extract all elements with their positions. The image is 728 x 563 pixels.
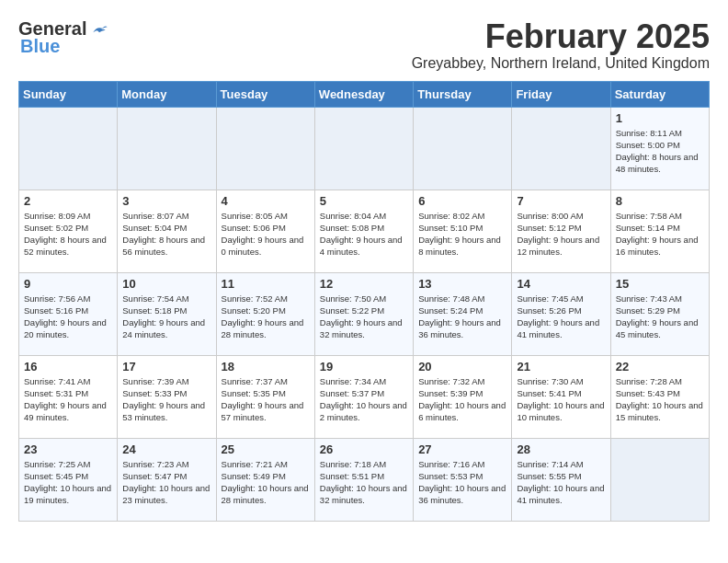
calendar-cell: 20Sunrise: 7:32 AM Sunset: 5:39 PM Dayli… [414, 355, 512, 438]
calendar-cell: 17Sunrise: 7:39 AM Sunset: 5:33 PM Dayli… [118, 355, 216, 438]
day-info: Sunrise: 7:14 AM Sunset: 5:55 PM Dayligh… [517, 458, 605, 507]
title-block: February 2025 Greyabbey, Northern Irelan… [412, 18, 710, 72]
day-info: Sunrise: 7:52 AM Sunset: 5:20 PM Dayligh… [222, 293, 310, 341]
calendar-cell: 26Sunrise: 7:18 AM Sunset: 5:51 PM Dayli… [314, 438, 413, 521]
calendar-cell [512, 107, 610, 190]
day-number: 22 [616, 360, 704, 373]
calendar-cell: 9Sunrise: 7:56 AM Sunset: 5:16 PM Daylig… [19, 272, 118, 355]
calendar-cell: 15Sunrise: 7:43 AM Sunset: 5:29 PM Dayli… [610, 272, 709, 355]
calendar-cell: 23Sunrise: 7:25 AM Sunset: 5:45 PM Dayli… [19, 438, 118, 521]
calendar-cell: 21Sunrise: 7:30 AM Sunset: 5:41 PM Dayli… [512, 355, 610, 438]
day-info: Sunrise: 7:58 AM Sunset: 5:14 PM Dayligh… [616, 210, 704, 259]
day-info: Sunrise: 7:41 AM Sunset: 5:31 PM Dayligh… [24, 375, 112, 424]
weekday-header-row: SundayMondayTuesdayWednesdayThursdayFrid… [19, 81, 710, 107]
calendar-cell: 13Sunrise: 7:48 AM Sunset: 5:24 PM Dayli… [414, 272, 512, 355]
day-info: Sunrise: 8:07 AM Sunset: 5:04 PM Dayligh… [122, 210, 210, 259]
day-number: 10 [122, 277, 210, 291]
day-info: Sunrise: 7:50 AM Sunset: 5:22 PM Dayligh… [320, 293, 408, 341]
day-number: 2 [24, 194, 112, 208]
calendar-cell: 1Sunrise: 8:11 AM Sunset: 5:00 PM Daylig… [610, 107, 709, 190]
weekday-header-monday: Monday [118, 81, 216, 107]
weekday-header-sunday: Sunday [19, 81, 118, 107]
day-info: Sunrise: 7:48 AM Sunset: 5:24 PM Dayligh… [418, 293, 506, 341]
calendar-cell: 25Sunrise: 7:21 AM Sunset: 5:49 PM Dayli… [216, 438, 314, 521]
calendar-cell: 27Sunrise: 7:16 AM Sunset: 5:53 PM Dayli… [414, 438, 512, 521]
day-number: 19 [320, 360, 408, 373]
day-number: 8 [616, 194, 704, 208]
day-info: Sunrise: 7:34 AM Sunset: 5:37 PM Dayligh… [320, 375, 408, 424]
weekday-header-tuesday: Tuesday [216, 81, 314, 107]
calendar-cell: 28Sunrise: 7:14 AM Sunset: 5:55 PM Dayli… [512, 438, 610, 521]
day-number: 21 [517, 360, 605, 373]
week-row-4: 16Sunrise: 7:41 AM Sunset: 5:31 PM Dayli… [19, 355, 710, 438]
calendar-cell: 8Sunrise: 7:58 AM Sunset: 5:14 PM Daylig… [610, 190, 709, 272]
day-number: 12 [320, 277, 408, 291]
weekday-header-saturday: Saturday [610, 81, 709, 107]
day-number: 1 [616, 111, 704, 125]
day-info: Sunrise: 7:39 AM Sunset: 5:33 PM Dayligh… [122, 375, 210, 424]
calendar-cell: 22Sunrise: 7:28 AM Sunset: 5:43 PM Dayli… [610, 355, 709, 438]
logo: General Blue [18, 18, 108, 57]
calendar-cell [610, 438, 709, 521]
day-number: 20 [418, 360, 506, 373]
day-number: 27 [418, 442, 506, 456]
day-number: 13 [418, 277, 506, 291]
week-row-1: 1Sunrise: 8:11 AM Sunset: 5:00 PM Daylig… [19, 107, 710, 190]
week-row-3: 9Sunrise: 7:56 AM Sunset: 5:16 PM Daylig… [19, 272, 710, 355]
day-info: Sunrise: 8:05 AM Sunset: 5:06 PM Dayligh… [222, 210, 310, 259]
page-header: General Blue February 2025 Greyabbey, No… [18, 18, 710, 72]
day-info: Sunrise: 7:18 AM Sunset: 5:51 PM Dayligh… [320, 458, 408, 507]
day-info: Sunrise: 7:25 AM Sunset: 5:45 PM Dayligh… [24, 458, 112, 507]
weekday-header-friday: Friday [512, 81, 610, 107]
calendar-cell: 11Sunrise: 7:52 AM Sunset: 5:20 PM Dayli… [216, 272, 314, 355]
day-number: 4 [222, 194, 310, 208]
day-number: 5 [320, 194, 408, 208]
calendar-cell: 24Sunrise: 7:23 AM Sunset: 5:47 PM Dayli… [118, 438, 216, 521]
day-info: Sunrise: 7:16 AM Sunset: 5:53 PM Dayligh… [418, 458, 506, 507]
logo-blue: Blue [20, 36, 60, 57]
day-info: Sunrise: 8:02 AM Sunset: 5:10 PM Dayligh… [418, 210, 506, 259]
day-number: 26 [320, 442, 408, 456]
day-info: Sunrise: 8:09 AM Sunset: 5:02 PM Dayligh… [24, 210, 112, 259]
month-title: February 2025 [412, 18, 710, 55]
calendar-cell: 4Sunrise: 8:05 AM Sunset: 5:06 PM Daylig… [216, 190, 314, 272]
day-info: Sunrise: 7:56 AM Sunset: 5:16 PM Dayligh… [24, 293, 112, 341]
calendar-cell: 2Sunrise: 8:09 AM Sunset: 5:02 PM Daylig… [19, 190, 118, 272]
day-info: Sunrise: 7:54 AM Sunset: 5:18 PM Dayligh… [122, 293, 210, 341]
calendar-cell: 5Sunrise: 8:04 AM Sunset: 5:08 PM Daylig… [314, 190, 413, 272]
week-row-5: 23Sunrise: 7:25 AM Sunset: 5:45 PM Dayli… [19, 438, 710, 521]
calendar-cell: 7Sunrise: 8:00 AM Sunset: 5:12 PM Daylig… [512, 190, 610, 272]
day-number: 25 [222, 442, 310, 456]
calendar-cell: 3Sunrise: 8:07 AM Sunset: 5:04 PM Daylig… [118, 190, 216, 272]
day-number: 9 [24, 277, 112, 291]
day-number: 24 [122, 442, 210, 456]
day-number: 3 [122, 194, 210, 208]
day-info: Sunrise: 8:00 AM Sunset: 5:12 PM Dayligh… [517, 210, 605, 259]
calendar-cell [118, 107, 216, 190]
calendar-cell [314, 107, 413, 190]
calendar-cell: 16Sunrise: 7:41 AM Sunset: 5:31 PM Dayli… [19, 355, 118, 438]
day-info: Sunrise: 7:23 AM Sunset: 5:47 PM Dayligh… [122, 458, 210, 507]
weekday-header-thursday: Thursday [414, 81, 512, 107]
calendar-cell: 6Sunrise: 8:02 AM Sunset: 5:10 PM Daylig… [414, 190, 512, 272]
day-info: Sunrise: 8:11 AM Sunset: 5:00 PM Dayligh… [616, 127, 704, 176]
day-number: 28 [517, 442, 605, 456]
calendar-cell [414, 107, 512, 190]
calendar-cell: 19Sunrise: 7:34 AM Sunset: 5:37 PM Dayli… [314, 355, 413, 438]
day-info: Sunrise: 7:21 AM Sunset: 5:49 PM Dayligh… [222, 458, 310, 507]
location: Greyabbey, Northern Ireland, United King… [412, 55, 710, 72]
day-info: Sunrise: 7:28 AM Sunset: 5:43 PM Dayligh… [616, 375, 704, 424]
day-info: Sunrise: 7:45 AM Sunset: 5:26 PM Dayligh… [517, 293, 605, 341]
day-number: 6 [418, 194, 506, 208]
day-number: 14 [517, 277, 605, 291]
calendar-cell: 18Sunrise: 7:37 AM Sunset: 5:35 PM Dayli… [216, 355, 314, 438]
day-info: Sunrise: 7:32 AM Sunset: 5:39 PM Dayligh… [418, 375, 506, 424]
day-number: 23 [24, 442, 112, 456]
calendar-cell [216, 107, 314, 190]
calendar-cell [19, 107, 118, 190]
logo-bird-icon [90, 20, 108, 39]
week-row-2: 2Sunrise: 8:09 AM Sunset: 5:02 PM Daylig… [19, 190, 710, 272]
day-number: 11 [222, 277, 310, 291]
day-info: Sunrise: 7:30 AM Sunset: 5:41 PM Dayligh… [517, 375, 605, 424]
day-number: 7 [517, 194, 605, 208]
